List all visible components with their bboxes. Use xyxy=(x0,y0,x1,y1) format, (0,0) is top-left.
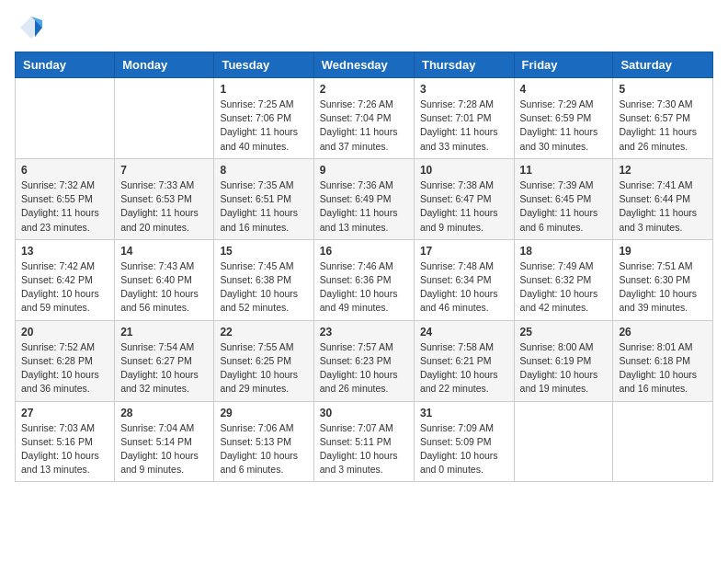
calendar-cell: 22Sunrise: 7:55 AM Sunset: 6:25 PM Dayli… xyxy=(214,320,313,401)
page-header xyxy=(15,15,713,40)
calendar-cell: 10Sunrise: 7:38 AM Sunset: 6:47 PM Dayli… xyxy=(414,158,514,239)
day-info: Sunrise: 7:41 AM Sunset: 6:44 PM Dayligh… xyxy=(619,178,707,235)
calendar-cell: 26Sunrise: 8:01 AM Sunset: 6:18 PM Dayli… xyxy=(613,320,713,401)
calendar-cell: 1Sunrise: 7:25 AM Sunset: 7:06 PM Daylig… xyxy=(214,78,313,159)
day-number: 20 xyxy=(21,326,108,339)
calendar-cell: 25Sunrise: 8:00 AM Sunset: 6:19 PM Dayli… xyxy=(514,320,613,401)
calendar-cell xyxy=(115,78,214,159)
calendar-cell: 29Sunrise: 7:06 AM Sunset: 5:13 PM Dayli… xyxy=(214,401,313,482)
calendar-cell: 4Sunrise: 7:29 AM Sunset: 6:59 PM Daylig… xyxy=(514,78,613,159)
calendar-cell: 8Sunrise: 7:35 AM Sunset: 6:51 PM Daylig… xyxy=(214,158,313,239)
day-info: Sunrise: 7:39 AM Sunset: 6:45 PM Dayligh… xyxy=(520,178,608,235)
weekday-header-saturday: Saturday xyxy=(613,52,713,78)
logo-icon xyxy=(18,15,44,40)
calendar-cell: 13Sunrise: 7:42 AM Sunset: 6:42 PM Dayli… xyxy=(16,239,115,320)
day-number: 30 xyxy=(320,407,408,419)
day-info: Sunrise: 7:33 AM Sunset: 6:53 PM Dayligh… xyxy=(120,178,208,235)
day-number: 4 xyxy=(520,83,608,96)
day-number: 19 xyxy=(619,245,707,258)
day-number: 7 xyxy=(120,164,208,177)
day-info: Sunrise: 7:32 AM Sunset: 6:55 PM Dayligh… xyxy=(21,178,108,235)
day-info: Sunrise: 7:42 AM Sunset: 6:42 PM Dayligh… xyxy=(21,259,108,316)
calendar-cell: 18Sunrise: 7:49 AM Sunset: 6:32 PM Dayli… xyxy=(514,239,613,320)
calendar-cell: 17Sunrise: 7:48 AM Sunset: 6:34 PM Dayli… xyxy=(414,239,514,320)
calendar-cell: 6Sunrise: 7:32 AM Sunset: 6:55 PM Daylig… xyxy=(16,158,115,239)
weekday-header-friday: Friday xyxy=(514,52,613,78)
calendar-cell xyxy=(514,401,613,482)
day-number: 25 xyxy=(520,326,608,339)
day-info: Sunrise: 7:54 AM Sunset: 6:27 PM Dayligh… xyxy=(120,340,208,396)
day-number: 12 xyxy=(619,164,707,177)
day-number: 1 xyxy=(220,83,307,96)
weekday-header-wednesday: Wednesday xyxy=(313,52,414,78)
day-info: Sunrise: 7:52 AM Sunset: 6:28 PM Dayligh… xyxy=(21,340,108,396)
day-info: Sunrise: 7:49 AM Sunset: 6:32 PM Dayligh… xyxy=(520,259,608,316)
day-number: 23 xyxy=(320,326,408,339)
day-number: 21 xyxy=(120,326,208,339)
calendar-cell: 15Sunrise: 7:45 AM Sunset: 6:38 PM Dayli… xyxy=(214,239,313,320)
day-info: Sunrise: 7:26 AM Sunset: 7:04 PM Dayligh… xyxy=(320,98,408,154)
day-info: Sunrise: 7:43 AM Sunset: 6:40 PM Dayligh… xyxy=(120,259,208,316)
day-info: Sunrise: 7:38 AM Sunset: 6:47 PM Dayligh… xyxy=(420,178,508,235)
weekday-header-thursday: Thursday xyxy=(414,52,514,78)
day-info: Sunrise: 7:06 AM Sunset: 5:13 PM Dayligh… xyxy=(220,421,307,477)
day-number: 28 xyxy=(120,407,208,419)
day-info: Sunrise: 7:36 AM Sunset: 6:49 PM Dayligh… xyxy=(320,178,408,235)
day-number: 3 xyxy=(420,83,508,96)
day-number: 24 xyxy=(420,326,508,339)
day-number: 29 xyxy=(220,407,307,419)
day-number: 10 xyxy=(420,164,508,177)
day-info: Sunrise: 7:58 AM Sunset: 6:21 PM Dayligh… xyxy=(420,340,508,396)
calendar-cell: 14Sunrise: 7:43 AM Sunset: 6:40 PM Dayli… xyxy=(115,239,214,320)
day-number: 17 xyxy=(420,245,508,258)
calendar-week-row: 1Sunrise: 7:25 AM Sunset: 7:06 PM Daylig… xyxy=(16,78,713,159)
calendar-cell: 7Sunrise: 7:33 AM Sunset: 6:53 PM Daylig… xyxy=(115,158,214,239)
calendar-cell xyxy=(613,401,713,482)
day-number: 11 xyxy=(520,164,608,177)
day-number: 2 xyxy=(320,83,408,96)
day-info: Sunrise: 8:01 AM Sunset: 6:18 PM Dayligh… xyxy=(619,340,707,396)
calendar-cell: 3Sunrise: 7:28 AM Sunset: 7:01 PM Daylig… xyxy=(414,78,514,159)
calendar-cell: 21Sunrise: 7:54 AM Sunset: 6:27 PM Dayli… xyxy=(115,320,214,401)
weekday-header-monday: Monday xyxy=(115,52,214,78)
calendar-cell: 5Sunrise: 7:30 AM Sunset: 6:57 PM Daylig… xyxy=(613,78,713,159)
day-info: Sunrise: 7:04 AM Sunset: 5:14 PM Dayligh… xyxy=(120,421,208,477)
calendar-cell: 31Sunrise: 7:09 AM Sunset: 5:09 PM Dayli… xyxy=(414,401,514,482)
calendar-cell: 16Sunrise: 7:46 AM Sunset: 6:36 PM Dayli… xyxy=(313,239,414,320)
calendar-cell xyxy=(16,78,115,159)
calendar-cell: 19Sunrise: 7:51 AM Sunset: 6:30 PM Dayli… xyxy=(613,239,713,320)
calendar-week-row: 6Sunrise: 7:32 AM Sunset: 6:55 PM Daylig… xyxy=(16,158,713,239)
day-number: 13 xyxy=(21,245,108,258)
calendar-week-row: 13Sunrise: 7:42 AM Sunset: 6:42 PM Dayli… xyxy=(16,239,713,320)
day-info: Sunrise: 7:30 AM Sunset: 6:57 PM Dayligh… xyxy=(619,98,707,154)
day-info: Sunrise: 8:00 AM Sunset: 6:19 PM Dayligh… xyxy=(520,340,608,396)
day-number: 6 xyxy=(21,164,108,177)
logo xyxy=(15,15,44,40)
calendar-header-row: SundayMondayTuesdayWednesdayThursdayFrid… xyxy=(16,52,713,78)
day-info: Sunrise: 7:03 AM Sunset: 5:16 PM Dayligh… xyxy=(21,421,108,477)
day-number: 27 xyxy=(21,407,108,419)
day-number: 18 xyxy=(520,245,608,258)
day-info: Sunrise: 7:51 AM Sunset: 6:30 PM Dayligh… xyxy=(619,259,707,316)
day-number: 5 xyxy=(619,83,707,96)
day-number: 22 xyxy=(220,326,307,339)
day-info: Sunrise: 7:07 AM Sunset: 5:11 PM Dayligh… xyxy=(320,421,408,477)
calendar-cell: 27Sunrise: 7:03 AM Sunset: 5:16 PM Dayli… xyxy=(16,401,115,482)
day-info: Sunrise: 7:09 AM Sunset: 5:09 PM Dayligh… xyxy=(420,421,508,477)
weekday-header-sunday: Sunday xyxy=(16,52,115,78)
calendar-cell: 9Sunrise: 7:36 AM Sunset: 6:49 PM Daylig… xyxy=(313,158,414,239)
day-info: Sunrise: 7:48 AM Sunset: 6:34 PM Dayligh… xyxy=(420,259,508,316)
calendar-cell: 20Sunrise: 7:52 AM Sunset: 6:28 PM Dayli… xyxy=(16,320,115,401)
calendar-cell: 28Sunrise: 7:04 AM Sunset: 5:14 PM Dayli… xyxy=(115,401,214,482)
calendar-table: SundayMondayTuesdayWednesdayThursdayFrid… xyxy=(15,52,713,482)
day-info: Sunrise: 7:55 AM Sunset: 6:25 PM Dayligh… xyxy=(220,340,307,396)
day-info: Sunrise: 7:28 AM Sunset: 7:01 PM Dayligh… xyxy=(420,98,508,154)
day-info: Sunrise: 7:29 AM Sunset: 6:59 PM Dayligh… xyxy=(520,98,608,154)
day-number: 16 xyxy=(320,245,408,258)
day-number: 31 xyxy=(420,407,508,419)
day-number: 8 xyxy=(220,164,307,177)
calendar-week-row: 27Sunrise: 7:03 AM Sunset: 5:16 PM Dayli… xyxy=(16,401,713,482)
day-number: 26 xyxy=(619,326,707,339)
calendar-cell: 23Sunrise: 7:57 AM Sunset: 6:23 PM Dayli… xyxy=(313,320,414,401)
calendar-cell: 11Sunrise: 7:39 AM Sunset: 6:45 PM Dayli… xyxy=(514,158,613,239)
